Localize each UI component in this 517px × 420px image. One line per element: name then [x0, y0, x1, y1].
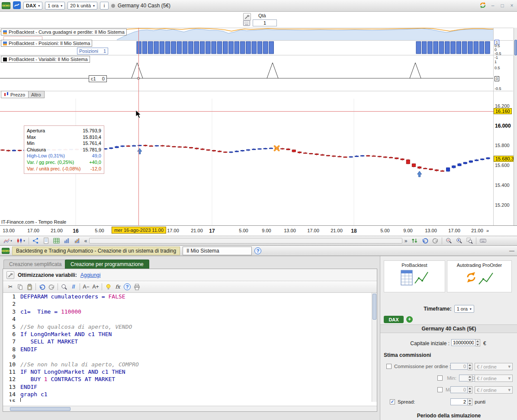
line-number: 5: [3, 323, 20, 330]
close-button[interactable]: ×: [508, 2, 515, 9]
demo-badge: DEMO: [2, 248, 10, 254]
transfer-button[interactable]: [409, 237, 420, 245]
zoom-out-button[interactable]: [443, 237, 454, 245]
functions-button[interactable]: fx: [113, 282, 122, 292]
editor-hscroll-thumb[interactable]: [10, 407, 71, 411]
column-chart-button[interactable]: [61, 237, 72, 245]
capital-spinner[interactable]: [475, 339, 480, 346]
report-button[interactable]: [41, 237, 51, 245]
capital-input[interactable]: [451, 339, 475, 346]
code-editor[interactable]: 1DEFPARAM cumulateorders = FALSE23c1= Ti…: [3, 293, 377, 402]
keyboard-shortcuts-button[interactable]: [478, 237, 488, 245]
table-view-button[interactable]: [51, 237, 61, 245]
editor-vscroll-thumb[interactable]: [372, 294, 376, 320]
sidebar-timeframe-dropdown[interactable]: 1 ora▾: [454, 305, 474, 313]
max-checkbox[interactable]: [437, 387, 443, 392]
positions-panel-label[interactable]: ProBacktest - Posizioni: Il Mio Sistema: [1, 40, 92, 47]
symbol-dropdown[interactable]: DAX▾: [23, 2, 42, 10]
commission-unit-dropdown[interactable]: € / ordine▾: [475, 363, 513, 370]
capital-label: Capitale iniziale :: [385, 340, 450, 346]
symbol-tag-dax[interactable]: DAX: [384, 316, 404, 323]
max-input[interactable]: [450, 386, 468, 393]
tab-altro[interactable]: Altro: [28, 91, 45, 98]
spread-spinner[interactable]: [468, 398, 472, 406]
refresh-icon[interactable]: [479, 1, 487, 10]
app-icon[interactable]: [13, 1, 21, 10]
probacktest-label: ProBacktest: [401, 263, 427, 268]
line-number: 2: [3, 300, 20, 308]
chart-style-dropdown[interactable]: ▾: [1, 237, 14, 245]
paste-button[interactable]: [25, 282, 34, 292]
line-number: 9: [3, 353, 20, 360]
font-smaller-button[interactable]: A−: [81, 282, 91, 292]
editor-toolbar: ✂ // A− A+ fx ?: [3, 281, 377, 293]
spread-checkbox[interactable]: ✓: [390, 399, 395, 404]
editor-horizontal-scrollbar[interactable]: [3, 406, 377, 411]
spread-input[interactable]: [450, 398, 468, 405]
timeframe-dropdown[interactable]: 1 ora▾: [45, 2, 65, 10]
candlestick-style-dropdown[interactable]: ▾: [14, 237, 27, 245]
variables-panel-icon: [3, 58, 7, 61]
code-line: 3c1= Time = 110000: [3, 308, 377, 315]
annotate-chart-button[interactable]: [72, 237, 82, 245]
order-tools-button[interactable]: [243, 13, 251, 21]
zoom-selection-button[interactable]: [464, 237, 475, 245]
font-larger-button[interactable]: A+: [91, 282, 100, 292]
chart-vertical-scrollbar-thumb[interactable]: [514, 40, 517, 55]
copy-button[interactable]: [15, 282, 25, 292]
editor-help-button[interactable]: ?: [122, 282, 132, 292]
positions-legend-name: Posizioni: [79, 48, 98, 54]
share-button[interactable]: [30, 237, 41, 245]
chart-horizontal-scrollbar[interactable]: [89, 238, 402, 244]
undo-button[interactable]: [420, 237, 430, 245]
print-button[interactable]: [132, 282, 141, 292]
min-spinner[interactable]: [468, 375, 472, 382]
zoom-in-button[interactable]: [454, 237, 464, 245]
keyboard-icon[interactable]: [243, 20, 250, 27]
add-variable-link[interactable]: Aggiungi: [80, 272, 101, 278]
optimization-row: Ottimizzazione variabili: Aggiungi: [3, 269, 377, 281]
positions-legend[interactable]: Posizioni1: [77, 48, 108, 55]
time-axis-label: 13.00: [3, 228, 15, 233]
comment-button[interactable]: //: [69, 282, 78, 292]
redo-button[interactable]: [430, 237, 440, 245]
search-button[interactable]: [59, 282, 69, 292]
info-button[interactable]: i: [100, 2, 109, 10]
collapse-left-button[interactable]: «: [82, 237, 89, 245]
editor-workspace: Creazione semplificata Creazione per pro…: [0, 256, 380, 420]
equity-panel-label[interactable]: ProBacktest - Curva guadagni e perdite: …: [1, 29, 127, 35]
cut-button[interactable]: ✂: [6, 282, 15, 292]
qty-row: Qtà: [0, 12, 517, 28]
undo-button[interactable]: [37, 282, 47, 292]
collapse-right-button[interactable]: »: [402, 237, 409, 245]
suggestion-button[interactable]: [103, 282, 113, 292]
variable-legend[interactable]: c10: [89, 75, 107, 82]
units-dropdown[interactable]: 20 k unità▾: [67, 2, 97, 10]
autotrading-proorder-button[interactable]: Autotrading ProOrder: [447, 260, 512, 292]
qty-input[interactable]: [253, 19, 277, 26]
add-instrument-button[interactable]: +: [406, 316, 413, 323]
editor-vertical-scrollbar[interactable]: [372, 293, 377, 402]
tab-creazione-semplificata[interactable]: Creazione semplificata: [3, 260, 67, 269]
min-checkbox[interactable]: [437, 375, 443, 381]
commission-input[interactable]: [450, 363, 468, 370]
commission-spinner[interactable]: [468, 363, 472, 370]
variables-panel-label[interactable]: ProBacktest - Variabili: Il Mio Sistema: [1, 56, 90, 63]
probacktest-button[interactable]: ProBacktest: [384, 260, 445, 292]
time-axis-label: 21.00: [471, 228, 483, 233]
max-spinner[interactable]: [468, 386, 472, 394]
commission-checkbox[interactable]: [386, 364, 392, 369]
demo-badge-label: DEMO: [2, 4, 10, 7]
help-icon[interactable]: ?: [254, 247, 261, 254]
system-doc-tab[interactable]: Il Mio Sistema: [183, 247, 252, 255]
tab-prezzo[interactable]: Prezzo: [1, 91, 29, 98]
variable-tools-button[interactable]: [6, 271, 14, 279]
maximize-button[interactable]: □: [499, 2, 506, 9]
tab-creazione-programmazione[interactable]: Creazione per programmazione: [65, 260, 149, 269]
panel-minimize-button[interactable]: —: [508, 247, 515, 254]
chart-vertical-scrollbar[interactable]: [514, 28, 517, 225]
minimize-button[interactable]: –: [489, 2, 496, 9]
redo-button[interactable]: [47, 282, 56, 292]
max-unit-dropdown[interactable]: € / ordine▾: [475, 386, 513, 394]
min-unit-dropdown[interactable]: € / ordine▾: [475, 375, 513, 382]
